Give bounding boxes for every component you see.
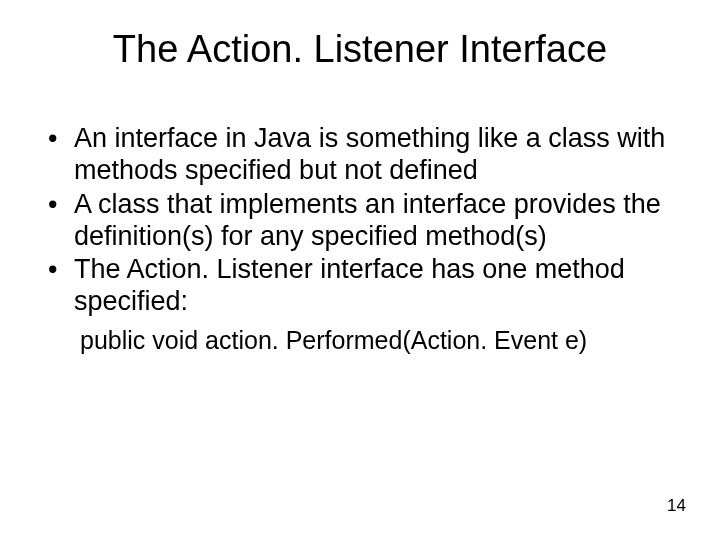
page-number: 14 [667, 496, 686, 516]
code-line: public void action. Performed(Action. Ev… [44, 326, 682, 355]
bullet-list: An interface in Java is something like a… [44, 123, 682, 318]
bullet-item: The Action. Listener interface has one m… [44, 254, 682, 318]
slide-content: An interface in Java is something like a… [38, 123, 682, 355]
bullet-item: An interface in Java is something like a… [44, 123, 682, 187]
slide-title: The Action. Listener Interface [38, 28, 682, 71]
bullet-item: A class that implements an interface pro… [44, 189, 682, 253]
slide: The Action. Listener Interface An interf… [0, 0, 720, 540]
